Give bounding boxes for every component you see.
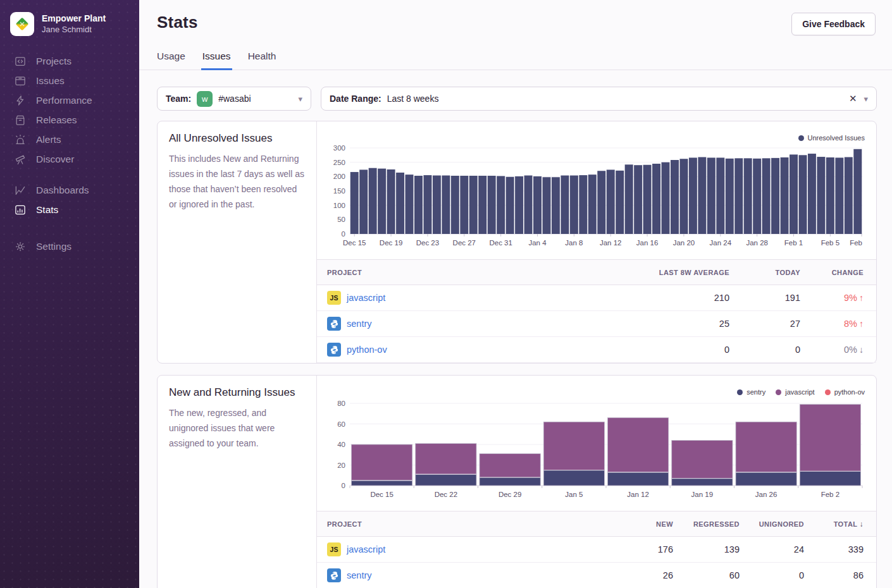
legend-dot: [776, 389, 781, 395]
trend-up-icon: ↑: [859, 319, 864, 329]
tab-health[interactable]: Health: [248, 51, 276, 70]
svg-text:Jan 24: Jan 24: [710, 239, 732, 247]
bar-chart-unresolved: 050100150200250300Dec 15Dec 19Dec 23Dec …: [327, 143, 867, 252]
svg-text:300: 300: [333, 144, 345, 152]
org-name: Empower Plant: [42, 13, 106, 24]
sortable-total-header[interactable]: TOTAL↓: [804, 520, 864, 529]
unignored-value: 24: [740, 544, 804, 554]
svg-text:Dec 31: Dec 31: [489, 239, 512, 247]
sidebar-item-settings[interactable]: Settings: [0, 236, 139, 256]
sidebar-item-alerts[interactable]: Alerts: [0, 130, 139, 149]
regressed-value: 139: [673, 544, 740, 554]
svg-text:150: 150: [333, 187, 345, 195]
chevron-down-icon[interactable]: ▾: [864, 94, 868, 104]
svg-text:Jan 16: Jan 16: [636, 239, 659, 247]
chevron-down-icon[interactable]: ▾: [298, 94, 302, 104]
svg-text:60: 60: [337, 420, 345, 428]
new-returning-table: PROJECT NEW REGRESSED UNIGNORED TOTAL↓ J…: [317, 511, 876, 588]
clear-icon[interactable]: ✕: [848, 93, 858, 104]
svg-text:Jan 12: Jan 12: [600, 239, 622, 247]
project-link-python-ov[interactable]: python-ov: [347, 345, 387, 355]
svg-text:Jan 20: Jan 20: [673, 239, 695, 247]
team-filter[interactable]: Team: w #wasabi ▾: [157, 87, 311, 111]
sidebar-nav: Projects Issues Performance Releases Ale…: [0, 51, 139, 256]
avg-value: 0: [652, 345, 729, 355]
sidebar-item-discover[interactable]: Discover: [0, 149, 139, 169]
sidebar-item-stats[interactable]: Stats: [0, 200, 139, 219]
svg-text:20: 20: [337, 462, 345, 469]
sidebar-item-projects[interactable]: Projects: [0, 51, 139, 71]
team-filter-label: Team:: [166, 94, 191, 104]
tab-usage[interactable]: Usage: [157, 51, 185, 70]
dashboards-icon: [14, 184, 27, 197]
svg-text:Dec 15: Dec 15: [343, 239, 366, 247]
change-value: 9%↑: [800, 293, 864, 303]
today-value: 0: [729, 345, 800, 355]
table-header-row: PROJECT NEW REGRESSED UNIGNORED TOTAL↓: [317, 511, 876, 537]
panel-description: This includes New and Returning issues i…: [169, 151, 305, 212]
table-header-row: PROJECT LAST 8W AVERAGE TODAY CHANGE: [317, 260, 876, 285]
new-returning-chart: sentry javascript python-ov 020406080Dec…: [317, 376, 876, 506]
svg-text:Jan 19: Jan 19: [691, 491, 714, 498]
svg-text:Jan 5: Jan 5: [565, 491, 583, 498]
legend-javascript[interactable]: javascript: [776, 388, 814, 396]
date-range-filter[interactable]: Date Range: Last 8 weeks ✕ ▾: [321, 87, 877, 111]
sidebar-item-performance[interactable]: Performance: [0, 90, 139, 110]
unignored-value: 0: [740, 570, 804, 580]
sidebar-item-issues[interactable]: Issues: [0, 71, 139, 90]
legend-unresolved-issues[interactable]: Unresolved Issues: [798, 134, 865, 142]
project-link-javascript[interactable]: javascript: [347, 293, 385, 303]
main-content: Stats Give Feedback Usage Issues Health …: [139, 0, 892, 588]
table-row: JS javascript 210 191 9%↑: [317, 285, 876, 311]
table-row: python-ov 0 0 0%↓: [317, 337, 876, 363]
svg-text:0: 0: [342, 482, 345, 489]
tab-issues[interactable]: Issues: [202, 51, 231, 70]
total-value: 339: [804, 544, 864, 554]
org-switcher[interactable]: Empower Plant Jane Schmidt: [0, 0, 139, 45]
discover-icon: [14, 153, 27, 166]
project-link-sentry[interactable]: sentry: [347, 570, 372, 580]
svg-text:Dec 22: Dec 22: [435, 491, 457, 498]
svg-text:Jan 4: Jan 4: [528, 239, 547, 247]
legend-dot: [825, 389, 831, 395]
svg-text:Dec 23: Dec 23: [416, 239, 439, 247]
total-value: 86: [804, 570, 864, 580]
stats-icon: [14, 204, 27, 216]
give-feedback-button[interactable]: Give Feedback: [791, 13, 876, 35]
panel-new-returning-issues: New and Returning Issues The new, regres…: [157, 375, 877, 588]
panel-title: New and Returning Issues: [169, 386, 305, 399]
filter-row: Team: w #wasabi ▾ Date Range: Last 8 wee…: [157, 87, 877, 111]
regressed-value: 60: [673, 570, 740, 580]
python-project-icon: [327, 317, 341, 331]
python-project-icon: [327, 343, 341, 357]
today-value: 191: [729, 293, 800, 303]
stacked-bar-chart: 020406080Dec 15Dec 22Dec 29Jan 5Jan 12Ja…: [327, 397, 867, 503]
issues-icon: [14, 75, 27, 87]
svg-text:Feb 1: Feb 1: [784, 239, 803, 247]
legend-python-ov[interactable]: python-ov: [825, 388, 865, 396]
svg-text:250: 250: [333, 159, 345, 166]
sidebar-item-releases[interactable]: Releases: [0, 110, 139, 130]
sidebar-item-dashboards[interactable]: Dashboards: [0, 180, 139, 200]
panel-description: The new, regressed, and unignored issues…: [169, 405, 305, 451]
svg-text:50: 50: [337, 216, 345, 223]
date-range-label: Date Range:: [330, 94, 381, 104]
table-row: sentry 26 60 0 86: [317, 563, 876, 588]
legend-dot: [798, 135, 804, 141]
svg-text:Feb 5: Feb 5: [821, 239, 839, 247]
trend-down-icon: ↓: [859, 345, 864, 355]
team-avatar: w: [197, 91, 213, 107]
svg-text:Jan 28: Jan 28: [746, 239, 768, 247]
unresolved-issues-chart: Unresolved Issues 050100150200250300Dec …: [317, 121, 876, 254]
avg-value: 25: [652, 319, 729, 329]
project-link-sentry[interactable]: sentry: [347, 319, 372, 329]
table-row: JS javascript 176 139 24 339: [317, 537, 876, 563]
project-link-javascript[interactable]: javascript: [347, 544, 385, 554]
legend-sentry[interactable]: sentry: [737, 388, 765, 396]
user-name: Jane Schmidt: [42, 25, 106, 35]
unresolved-issues-table: PROJECT LAST 8W AVERAGE TODAY CHANGE JS …: [317, 259, 876, 363]
javascript-project-icon: JS: [327, 291, 341, 305]
svg-text:Dec 29: Dec 29: [499, 491, 521, 498]
svg-text:200: 200: [333, 173, 345, 180]
today-value: 27: [729, 319, 800, 329]
